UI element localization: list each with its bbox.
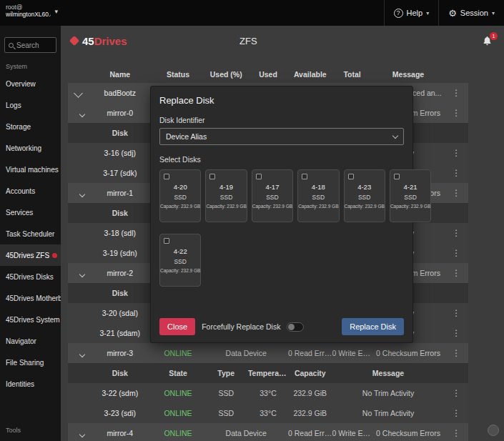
sidebar-item-identities[interactable]: Identities [0, 373, 61, 395]
sidebar-item-storage[interactable]: Storage [0, 116, 61, 137]
sidebar-item-services[interactable]: Services [0, 202, 61, 223]
row-menu-icon[interactable]: ⋮ [444, 148, 468, 158]
disk-name: 4-18 [312, 183, 325, 191]
sidebar-item-file-sharing[interactable]: File Sharing [0, 352, 61, 373]
floating-widget-button[interactable] [488, 425, 499, 436]
cell-name: mirror-4 [88, 429, 152, 437]
sidebar-item-45drives-motherboard[interactable]: 45Drives Motherboard [0, 287, 61, 309]
close-button[interactable]: Close [159, 318, 195, 335]
chevron-down-icon[interactable] [68, 347, 88, 360]
cell-name: 3-16 (sdj) [88, 149, 152, 157]
disk-name: 4-23 [357, 183, 371, 191]
logo-icon [69, 36, 79, 46]
disk-card[interactable]: 4-22SSDCapacity: 232.9 GB [159, 234, 201, 287]
row-menu-icon[interactable]: ⋮ [444, 248, 468, 258]
disk-checkbox[interactable] [164, 238, 169, 244]
cell-name: 3-20 (sdal) [88, 309, 152, 317]
disk-checkbox[interactable] [164, 174, 169, 179]
row-menu-icon[interactable]: ⋮ [444, 188, 468, 198]
row-menu-icon[interactable]: ⋮ [444, 108, 468, 118]
chevron-down-icon[interactable] [68, 187, 88, 199]
cell-capacity: 232.9 GiB [288, 409, 332, 417]
cell-status: ONLINE [152, 429, 204, 437]
disk-identifier-select[interactable]: Device Alias [159, 128, 404, 145]
sidebar-item-logs[interactable]: Logs [0, 94, 61, 116]
row-menu-icon[interactable]: ⋮ [444, 328, 468, 338]
row-menu-icon[interactable]: ⋮ [444, 348, 468, 358]
sidebar-section-system: System [0, 53, 61, 73]
sidebar-item-45drives-system[interactable]: 45Drives System [0, 309, 61, 330]
sidebar-item-virtual-machines[interactable]: Virtual machines [0, 159, 61, 180]
disk-column-header: Disk [88, 369, 152, 377]
sidebar-item-45drives-zfs[interactable]: 45Drives ZFS [0, 244, 61, 266]
force-replace-toggle[interactable] [287, 322, 304, 332]
chevron-down-icon[interactable] [68, 427, 88, 440]
session-menu[interactable]: ⚙ Session ▾ [438, 0, 504, 26]
disk-checkbox[interactable] [209, 174, 215, 179]
disk-card[interactable]: 4-17SSDCapacity: 232.9 GB [252, 169, 293, 222]
disk-card[interactable]: 4-20SSDCapacity: 232.9 GB [159, 169, 201, 222]
row-menu-icon[interactable]: ⋮ [444, 88, 468, 98]
cell-device-role: Data Device [204, 429, 288, 437]
cell-capacity: 232.9 GiB [288, 389, 332, 397]
sidebar-item-label: File Sharing [6, 359, 44, 367]
logo-drives: Drives [94, 35, 127, 47]
row-menu-icon[interactable]: ⋮ [444, 268, 468, 278]
cell-name: 3-18 (sdl) [88, 229, 152, 237]
sidebar-item-label: Storage [6, 123, 31, 131]
chevron-down-icon[interactable] [68, 86, 88, 99]
disk-type: SSD [174, 258, 186, 265]
cell-name: 3-19 (sdn) [88, 249, 152, 257]
disk-card[interactable]: 4-21SSDCapacity: 232.9 GB [390, 169, 431, 222]
disk-card[interactable]: 4-19SSDCapacity: 232.9 GB [205, 169, 247, 222]
notifications-button[interactable]: 1 [482, 36, 494, 46]
column-header: Available [288, 70, 332, 79]
disk-name: 4-20 [174, 183, 187, 191]
cell-state: ONLINE [152, 409, 204, 417]
replace-disk-button[interactable]: Replace Disk [342, 318, 404, 335]
user-name: root@ [6, 4, 51, 11]
cell-temperature: 33°C [248, 389, 288, 397]
top-bar: root@ wilmingtonXL60.45... ▾ ? Help ▾ ⚙ … [0, 0, 504, 26]
disk-card[interactable]: 4-23SSDCapacity: 232.9 GB [344, 169, 385, 222]
table-row: 3-22 (sdm)ONLINESSD33°C232.9 GiBNo Trim … [68, 383, 468, 403]
disk-column-header: Disk [88, 129, 152, 137]
chevron-down-icon: ▾ [492, 10, 495, 16]
row-menu-icon[interactable]: ⋮ [444, 228, 468, 238]
sidebar-items: OverviewLogsStorageNetworkingVirtual mac… [0, 73, 61, 395]
disk-checkbox[interactable] [302, 174, 307, 179]
chevron-down-icon[interactable] [68, 106, 88, 119]
disk-capacity: Capacity: 232.9 GB [160, 268, 200, 273]
user-menu[interactable]: root@ wilmingtonXL60.45... ▾ [0, 0, 61, 26]
row-menu-icon[interactable]: ⋮ [444, 388, 468, 398]
disk-checkbox[interactable] [256, 174, 262, 179]
sidebar-item-45drives-disks[interactable]: 45Drives Disks [0, 266, 61, 287]
row-menu-icon[interactable]: ⋮ [444, 428, 468, 438]
sidebar-item-networking[interactable]: Networking [0, 137, 61, 159]
row-menu-icon[interactable]: ⋮ [444, 408, 468, 418]
row-menu-icon[interactable]: ⋮ [444, 308, 468, 318]
disk-name: 4-21 [404, 183, 417, 191]
cell-name: mirror-0 [88, 109, 152, 117]
disk-checkbox[interactable] [348, 174, 354, 179]
sidebar-item-accounts[interactable]: Accounts [0, 180, 61, 202]
chevron-down-icon[interactable] [68, 267, 88, 279]
select-disks-label: Select Disks [159, 155, 404, 164]
column-header: Name [88, 70, 152, 79]
app-logo: 45Drives [71, 35, 127, 47]
search-input[interactable] [16, 41, 52, 49]
disk-checkbox[interactable] [394, 174, 400, 179]
disk-type: SSD [358, 194, 370, 201]
sidebar-item-task-scheduler[interactable]: Task Scheduler [0, 223, 61, 244]
chevron-down-icon: ▾ [426, 10, 429, 16]
disk-capacity: Capacity: 232.9 GB [206, 204, 246, 209]
row-menu-icon[interactable]: ⋮ [444, 168, 468, 178]
search-icon [9, 43, 14, 48]
sidebar-item-overview[interactable]: Overview [0, 73, 61, 94]
sidebar-item-navigator[interactable]: Navigator [0, 330, 61, 352]
help-menu[interactable]: ? Help ▾ [384, 0, 439, 26]
cell-state: ONLINE [152, 389, 204, 397]
disk-card[interactable]: 4-18SSDCapacity: 232.9 GB [297, 169, 339, 222]
disk-column-header: Message [332, 369, 445, 377]
cell-read-errors: 0 Read Errors [288, 349, 332, 357]
